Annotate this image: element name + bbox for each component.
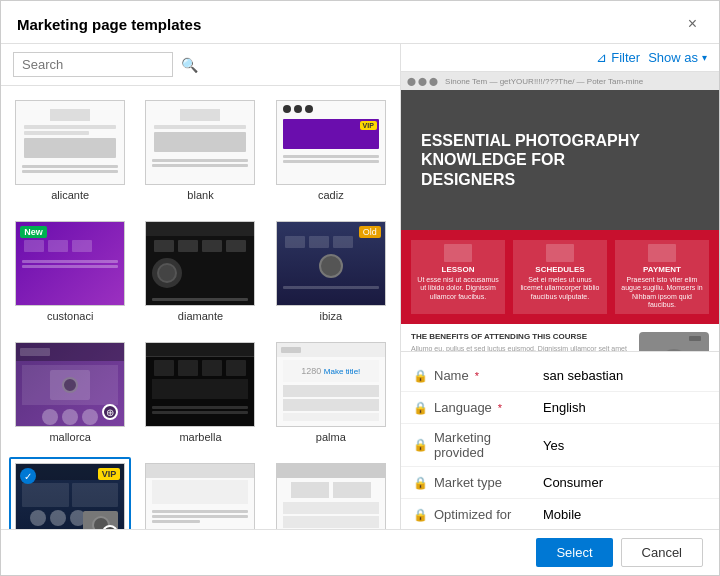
template-item-alicante[interactable]: alicante bbox=[9, 94, 131, 207]
dialog-body: 🔍 bbox=[1, 44, 719, 529]
template-thumb-struct1 bbox=[276, 463, 386, 529]
template-item-sitges[interactable]: sitges bbox=[139, 457, 261, 529]
cancel-button[interactable]: Cancel bbox=[621, 538, 703, 567]
search-button[interactable]: 🔍 bbox=[181, 57, 198, 73]
prop-label-marketing: 🔒 Marketing provided bbox=[413, 430, 543, 460]
prop-value-name: san sebastian bbox=[543, 368, 623, 383]
prop-row-marketing: 🔒 Marketing provided Yes bbox=[401, 424, 719, 467]
template-thumb-sitges bbox=[145, 463, 255, 529]
lock-icon-market-type: 🔒 bbox=[413, 476, 428, 490]
templates-grid-container: alicante bbox=[1, 86, 400, 529]
template-item-custonaci[interactable]: New bbox=[9, 215, 131, 328]
show-as-label: Show as bbox=[648, 50, 698, 65]
feature-text-lesson: Ut esse nisi ut accusamus ut libido dolo… bbox=[415, 276, 501, 301]
template-item-diamante[interactable]: diamante bbox=[139, 215, 261, 328]
feature-label-payment: PAYMENT bbox=[619, 265, 705, 274]
right-toolbar: ⊿ Filter Show as ▾ bbox=[401, 44, 719, 72]
preview-container: ⬤ ⬤ ⬤ Sinone Tem — getYOUR!!!!/???The/ —… bbox=[401, 72, 719, 352]
template-name-custonaci: custonaci bbox=[47, 310, 93, 322]
template-thumb-alicante bbox=[15, 100, 125, 185]
lock-icon-name: 🔒 bbox=[413, 369, 428, 383]
preview-url: ⬤ ⬤ ⬤ Sinone Tem — getYOUR!!!!/???The/ —… bbox=[407, 77, 643, 86]
prop-row-name: 🔒 Name * san sebastian bbox=[401, 360, 719, 392]
lock-icon-language: 🔒 bbox=[413, 401, 428, 415]
prop-label-optimized: 🔒 Optimized for bbox=[413, 507, 543, 522]
template-name-ibiza: ibiza bbox=[320, 310, 343, 322]
search-bar: 🔍 bbox=[1, 44, 400, 86]
prop-value-optimized: Mobile bbox=[543, 507, 581, 522]
template-name-mallorca: mallorca bbox=[49, 431, 91, 443]
template-name-diamante: diamante bbox=[178, 310, 223, 322]
preview-camera-image bbox=[639, 332, 709, 352]
properties-panel: 🔒 Name * san sebastian 🔒 Language * Engl… bbox=[401, 352, 719, 529]
feature-text-schedules: Set ei meles ut unus licemet ullamcorper… bbox=[517, 276, 603, 301]
template-thumb-custonaci: New bbox=[15, 221, 125, 306]
lock-icon-optimized: 🔒 bbox=[413, 508, 428, 522]
close-button[interactable]: × bbox=[682, 13, 703, 35]
dialog-header: Marketing page templates × bbox=[1, 1, 719, 44]
template-thumb-blank bbox=[145, 100, 255, 185]
left-panel: 🔍 bbox=[1, 44, 401, 529]
preview-hero-title: ESSENTIAL PHOTOGRAPHY KNOWLEDGE FOR DESI… bbox=[421, 131, 699, 189]
feature-text-payment: Praesent isto viter elim augue sugillu. … bbox=[619, 276, 705, 310]
template-thumb-cadiz: VIP bbox=[276, 100, 386, 185]
prop-row-optimized: 🔒 Optimized for Mobile bbox=[401, 499, 719, 529]
preview-top-bar: ⬤ ⬤ ⬤ Sinone Tem — getYOUR!!!!/???The/ —… bbox=[401, 72, 719, 90]
preview-bottom-title: THE BENEFITS OF ATTENDING THIS COURSE bbox=[411, 332, 629, 341]
badge-new: New bbox=[20, 226, 47, 238]
filter-label: Filter bbox=[611, 50, 640, 65]
feature-payment: PAYMENT Praesent isto viter elim augue s… bbox=[615, 240, 709, 314]
prop-value-language: English bbox=[543, 400, 586, 415]
show-as-button[interactable]: Show as ▾ bbox=[648, 50, 707, 65]
prop-label-name: 🔒 Name * bbox=[413, 368, 543, 383]
search-input[interactable] bbox=[13, 52, 173, 77]
prop-row-language: 🔒 Language * English bbox=[401, 392, 719, 424]
select-button[interactable]: Select bbox=[536, 538, 612, 567]
preview-text-block: THE BENEFITS OF ATTENDING THIS COURSE Al… bbox=[411, 332, 629, 352]
feature-label-lesson: LESSON bbox=[415, 265, 501, 274]
chevron-down-icon: ▾ bbox=[702, 52, 707, 63]
feature-lesson: LESSON Ut esse nisi ut accusamus ut libi… bbox=[411, 240, 505, 314]
filter-button[interactable]: ⊿ Filter bbox=[596, 50, 640, 65]
template-name-blank: blank bbox=[187, 189, 213, 201]
dialog-title: Marketing page templates bbox=[17, 16, 201, 33]
template-thumb-san-sebastian: ✓ VIP bbox=[15, 463, 125, 529]
feature-label-schedules: SCHEDULES bbox=[517, 265, 603, 274]
template-item-marbella[interactable]: marbella bbox=[139, 336, 261, 449]
prop-value-market-type: Consumer bbox=[543, 475, 603, 490]
lock-icon-marketing: 🔒 bbox=[413, 438, 428, 452]
template-item-struct1[interactable]: struct-1 bbox=[270, 457, 392, 529]
preview-features: LESSON Ut esse nisi ut accusamus ut libi… bbox=[401, 230, 719, 324]
right-panel: ⊿ Filter Show as ▾ ⬤ ⬤ ⬤ Sinone Tem — ge… bbox=[401, 44, 719, 529]
prop-value-marketing: Yes bbox=[543, 438, 564, 453]
prop-row-market-type: 🔒 Market type Consumer bbox=[401, 467, 719, 499]
template-name-cadiz: cadiz bbox=[318, 189, 344, 201]
template-name-alicante: alicante bbox=[51, 189, 89, 201]
template-thumb-ibiza: Old bbox=[276, 221, 386, 306]
template-thumb-diamante bbox=[145, 221, 255, 306]
feature-schedules: SCHEDULES Set ei meles ut unus licemet u… bbox=[513, 240, 607, 314]
badge-vip: VIP bbox=[98, 468, 121, 480]
template-item-blank[interactable]: blank bbox=[139, 94, 261, 207]
preview-bottom: THE BENEFITS OF ATTENDING THIS COURSE Al… bbox=[401, 324, 719, 352]
prop-label-language: 🔒 Language * bbox=[413, 400, 543, 415]
preview-hero: ESSENTIAL PHOTOGRAPHY KNOWLEDGE FOR DESI… bbox=[401, 90, 719, 230]
template-item-ibiza[interactable]: Old bbox=[270, 215, 392, 328]
prop-label-market-type: 🔒 Market type bbox=[413, 475, 543, 490]
badge-old: Old bbox=[359, 226, 381, 238]
filter-icon: ⊿ bbox=[596, 50, 607, 65]
template-thumb-palma: 1280 Make title! bbox=[276, 342, 386, 427]
marketing-templates-dialog: Marketing page templates × 🔍 bbox=[0, 0, 720, 576]
selected-check: ✓ bbox=[20, 468, 36, 484]
template-item-cadiz[interactable]: VIP cadiz bbox=[270, 94, 392, 207]
template-item-mallorca[interactable]: ⊕ mallorca bbox=[9, 336, 131, 449]
template-thumb-mallorca: ⊕ bbox=[15, 342, 125, 427]
template-thumb-marbella bbox=[145, 342, 255, 427]
template-name-marbella: marbella bbox=[179, 431, 221, 443]
template-item-palma[interactable]: 1280 Make title! palma bbox=[270, 336, 392, 449]
preview-mock: ⬤ ⬤ ⬤ Sinone Tem — getYOUR!!!!/???The/ —… bbox=[401, 72, 719, 352]
dialog-footer: Select Cancel bbox=[1, 529, 719, 575]
template-item-san-sebastian[interactable]: ✓ VIP bbox=[9, 457, 131, 529]
templates-grid: alicante bbox=[9, 94, 392, 529]
template-name-palma: palma bbox=[316, 431, 346, 443]
